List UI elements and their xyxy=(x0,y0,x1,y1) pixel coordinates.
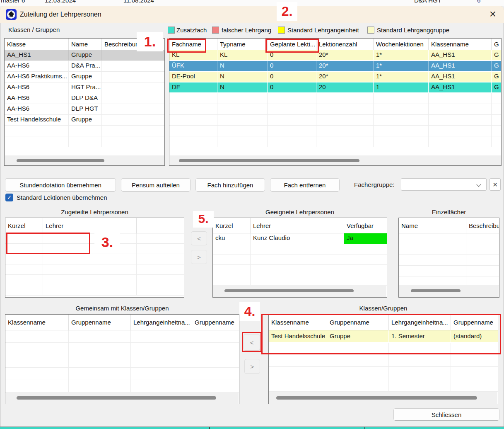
table-row[interactable]: cku Kunz Claudio Ja xyxy=(213,233,387,244)
empty-row xyxy=(5,355,239,368)
klassen-gruppen-bottom-table: Klassenname Gruppenname Lehrgangeinheitn… xyxy=(268,314,498,404)
legend-swatch-standard-gruppe xyxy=(367,27,374,34)
horizontal-scrollbar[interactable] xyxy=(5,155,164,165)
col-gruppenname[interactable]: Gruppenname xyxy=(69,315,131,330)
table-row[interactable]: AA-HS6 Praktikums... Gruppe xyxy=(5,72,164,82)
klassen-gruppen-table: Klasse Name Beschreibung AA_HS1 Gruppe A… xyxy=(4,38,165,166)
empty-row xyxy=(169,104,501,115)
geeignete-title: Geeignete Lehrpersonen xyxy=(212,208,387,216)
schliessen-button[interactable]: Schliessen xyxy=(393,408,499,421)
col-name[interactable]: Name xyxy=(69,39,102,50)
horizontal-scrollbar[interactable] xyxy=(6,392,239,404)
col-lektionenzahl[interactable]: Lektionenzahl xyxy=(316,39,374,50)
table-row[interactable]: AA-HS6 DLP D&A xyxy=(5,93,164,104)
col-klassenname[interactable]: Klassenname xyxy=(269,315,327,330)
fach-hinzufuegen-button[interactable]: Fach hinzufügen xyxy=(195,178,265,191)
legend-swatch-falscher-lehrgang xyxy=(212,27,219,34)
empty-row xyxy=(5,285,184,296)
stundendotation-button[interactable]: Stundendotation übernehmen xyxy=(5,178,116,191)
fach-entfernen-button[interactable]: Fach entfernen xyxy=(270,178,340,191)
scrollbar-thumb[interactable] xyxy=(17,159,104,162)
scrollbar-thumb[interactable] xyxy=(179,159,359,162)
standard-lektionen-checkbox[interactable]: ✓ xyxy=(5,194,13,201)
close-icon[interactable]: × xyxy=(485,7,500,22)
empty-row xyxy=(269,354,498,367)
horizontal-scrollbar[interactable] xyxy=(399,285,499,297)
empty-row xyxy=(5,136,164,147)
bg-text: D&A HGT xyxy=(414,0,441,4)
bg-text: 11.08.2024 xyxy=(123,0,154,4)
legend-swatch-zusatzfach xyxy=(168,27,175,34)
col-beschreibung[interactable]: Beschreibung xyxy=(466,218,499,233)
dialog-title: Zuteilung der Lehrpersonen xyxy=(20,11,101,18)
col-kuerzel[interactable]: Kürzel xyxy=(213,218,251,233)
add-class-button[interactable]: < xyxy=(244,334,260,351)
scrollbar-thumb[interactable] xyxy=(276,396,477,400)
table-row[interactable]: Test Handelsschule Gruppe xyxy=(5,115,164,126)
bg-table-line xyxy=(209,427,210,429)
empty-row xyxy=(213,244,387,254)
empty-row xyxy=(169,115,501,126)
pensum-aufteilen-button[interactable]: Pensum aufteilen xyxy=(121,178,191,191)
legend-swatch-standard-einheit xyxy=(278,27,285,34)
bg-text: master 6 xyxy=(1,0,25,4)
horizontal-scrollbar[interactable] xyxy=(269,392,497,404)
scrollbar-thumb[interactable] xyxy=(411,289,461,292)
gemeinsam-header: Klassenname Gruppenname Lehrgangeinheitn… xyxy=(5,315,239,330)
col-gruppenname2[interactable]: Gruppenname xyxy=(192,315,239,330)
col-verfuegbar[interactable]: Verfügbar xyxy=(344,218,387,233)
horizontal-scrollbar[interactable] xyxy=(170,155,501,165)
empty-row xyxy=(213,254,387,265)
col-typname[interactable]: Typname xyxy=(217,39,268,50)
table-row[interactable]: AA_HS1 Gruppe xyxy=(5,50,164,61)
col-lehrgangeinheit[interactable]: Lehrgangeinheitna... xyxy=(131,315,192,330)
scrollbar-thumb[interactable] xyxy=(224,289,354,292)
background-window-bottom xyxy=(0,427,504,429)
chevron-down-icon xyxy=(476,182,481,187)
col-klasse[interactable]: Klasse xyxy=(5,39,69,50)
col-gruppenname2[interactable]: Gruppenname xyxy=(451,315,498,330)
background-window-top: master 6 12.03.2024 11.08.2024 D&A HGT 6 xyxy=(0,0,504,6)
col-klassenname[interactable]: Klassenname xyxy=(5,315,69,330)
empty-row xyxy=(399,244,499,255)
bg-text: 12.03.2024 xyxy=(45,0,76,4)
col-lehrer[interactable]: Lehrer xyxy=(251,218,344,233)
klassen-gruppen-bottom-title: Klassen/Gruppen xyxy=(268,305,498,312)
col-gruppenname[interactable]: Gruppenname xyxy=(327,315,389,330)
app-icon xyxy=(6,9,17,20)
standard-lektionen-label: Standard Lektionen übernehmen xyxy=(17,194,107,201)
graduation-cap-base xyxy=(10,15,13,17)
faechergruppe-clear-button[interactable]: × xyxy=(490,178,501,191)
unassign-teacher-button[interactable]: > xyxy=(191,250,207,264)
table-row[interactable]: AA-HS6 HGT Pra... xyxy=(5,82,164,93)
empty-row xyxy=(399,255,499,266)
remove-class-button[interactable]: > xyxy=(244,359,260,374)
table-row[interactable]: DE-Pool N 0 20* 1* AA_HS1 G xyxy=(169,72,501,82)
table-row-selected[interactable]: ÜFK N 0 20* 1* AA_HS1 G xyxy=(169,61,501,72)
table-row[interactable]: Test Handelsschule Gruppe 1. Semester (s… xyxy=(269,330,498,343)
einzelfaecher-table: Name Beschreibung xyxy=(398,218,499,298)
col-name[interactable]: Name xyxy=(399,218,466,233)
col-gruppenname[interactable]: G xyxy=(492,39,501,50)
assign-teacher-button[interactable]: < xyxy=(191,231,207,245)
col-wochenlektionen[interactable]: Wochenlektionen xyxy=(374,39,429,50)
empty-row xyxy=(5,275,184,285)
gemeinsam-table: Klassenname Gruppenname Lehrgangeinheitn… xyxy=(5,314,239,404)
col-klassenname[interactable]: Klassenname xyxy=(429,39,492,50)
col-kuerzel[interactable]: Kürzel xyxy=(5,218,43,233)
table-row[interactable]: DE N 0 20 1 AA_HS1 G xyxy=(169,82,501,93)
zugeteilte-table: Kürzel Lehrer xyxy=(5,218,184,298)
col-geplante-lektionen[interactable]: Geplante Lekti... xyxy=(268,39,316,50)
faechergruppe-select[interactable] xyxy=(401,178,487,191)
col-lehrgangeinheit[interactable]: Lehrgangeinheitna... xyxy=(389,315,451,330)
table-row[interactable]: AA-HS6 D&A Pra... xyxy=(5,61,164,72)
empty-row xyxy=(5,126,164,136)
horizontal-scrollbar[interactable] xyxy=(213,285,386,297)
table-row[interactable]: AA-HS6 DLP HGT xyxy=(5,104,164,115)
col-lehrer[interactable]: Lehrer xyxy=(43,218,137,233)
table-row[interactable]: KL KL 0 20* 1* AA_HS1 G xyxy=(169,50,501,61)
legend-label-standard-gruppe: Standard Lehrganggruppe xyxy=(377,27,449,34)
scrollbar-thumb[interactable] xyxy=(17,396,216,400)
col-fachname[interactable]: Fachname xyxy=(169,39,217,50)
empty-row xyxy=(399,276,499,286)
